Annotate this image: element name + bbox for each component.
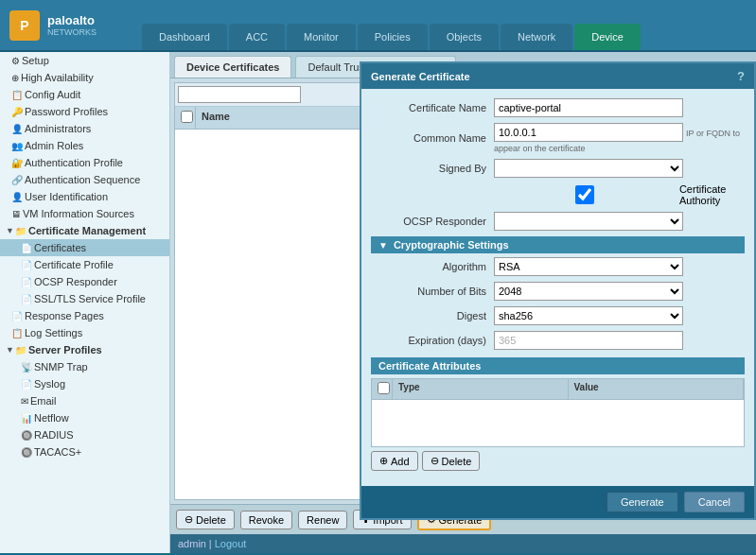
response-icon: 📄 xyxy=(11,311,23,321)
ocsp-icon: 📄 xyxy=(21,277,32,287)
sidebar-item-setup[interactable]: ⚙ Setup xyxy=(0,52,169,69)
expiration-input[interactable] xyxy=(494,331,683,350)
attr-delete-button[interactable]: ⊖ Delete xyxy=(422,451,481,471)
sidebar-item-email[interactable]: ✉ Email xyxy=(0,392,169,409)
tab-device[interactable]: Device xyxy=(574,24,641,50)
sidebar-item-user[interactable]: 👤 User Identification xyxy=(0,188,169,205)
dialog-cancel-button[interactable]: Cancel xyxy=(684,492,745,512)
algorithm-select[interactable]: RSA xyxy=(494,257,683,276)
sidebar-item-response[interactable]: 📄 Response Pages xyxy=(0,307,169,324)
sidebar-item-ssl[interactable]: 📄 SSL/TLS Service Profile xyxy=(0,290,169,307)
cert-mgmt-arrow: ▼ xyxy=(6,226,15,235)
server-icon: 📁 xyxy=(15,345,26,356)
cert-authority-check-row: Certificate Authority xyxy=(494,183,745,206)
email-icon: ✉ xyxy=(21,396,28,407)
cert-name-input[interactable] xyxy=(494,98,683,117)
search-input[interactable] xyxy=(178,86,301,103)
cert-attributes: Type Value ⊕ Add ⊖ Delete xyxy=(371,378,745,471)
dialog-footer: Generate Cancel xyxy=(361,486,754,518)
ocsp-select[interactable] xyxy=(494,212,683,231)
sidebar-item-ocsp[interactable]: 📄 OCSP Responder xyxy=(0,273,169,290)
netflow-icon: 📊 xyxy=(21,413,32,424)
attr-select-all[interactable] xyxy=(378,382,390,394)
revoke-button[interactable]: Revoke xyxy=(240,511,292,529)
cert-authority-label: Certificate Authority xyxy=(679,183,745,206)
dialog-help-icon[interactable]: ? xyxy=(737,69,745,83)
bits-select[interactable]: 2048 xyxy=(494,282,683,301)
sidebar-item-cert-profile[interactable]: 📄 Certificate Profile xyxy=(0,256,169,273)
radius-icon: 🔘 xyxy=(21,430,32,441)
user-icon: 👤 xyxy=(11,192,23,202)
expiration-label: Expiration (days) xyxy=(371,335,494,346)
sidebar-item-roles[interactable]: 👥 Admin Roles xyxy=(0,137,169,154)
tab-dashboard[interactable]: Dashboard xyxy=(142,24,227,50)
renew-button[interactable]: Renew xyxy=(298,511,347,529)
digest-select[interactable]: sha256 xyxy=(494,306,683,325)
tab-policies[interactable]: Policies xyxy=(358,24,428,50)
sidebar-item-audit[interactable]: 📋 Config Audit xyxy=(0,86,169,103)
logo-text: paloalto NETWORKS xyxy=(47,13,97,37)
ocsp-input-wrapper xyxy=(494,212,745,231)
bits-input-wrapper: 2048 xyxy=(494,282,745,301)
digest-input-wrapper: sha256 xyxy=(494,306,745,325)
expiration-input-wrapper xyxy=(494,331,745,350)
sidebar-item-netflow[interactable]: 📊 Netflow xyxy=(0,409,169,426)
sidebar-item-pwd[interactable]: 🔑 Password Profiles xyxy=(0,103,169,120)
ha-icon: ⊕ xyxy=(11,73,19,83)
signed-by-row: Signed By xyxy=(371,159,745,178)
tab-acc[interactable]: ACC xyxy=(229,24,285,50)
sidebar-item-tacacs[interactable]: 🔘 TACACS+ xyxy=(0,443,169,460)
dialog-body: Certificate Name Common Name IP or FQDN … xyxy=(361,89,754,486)
digest-row: Digest sha256 xyxy=(371,306,745,325)
add-icon: ⊕ xyxy=(379,455,388,467)
tab-monitor[interactable]: Monitor xyxy=(287,24,356,50)
seq-icon: 🔗 xyxy=(11,175,23,185)
common-name-input-wrapper: IP or FQDN to appear on the certificate xyxy=(494,123,745,153)
select-all-checkbox[interactable] xyxy=(181,111,193,123)
sidebar-item-auth[interactable]: 🔐 Authentication Profile xyxy=(0,154,169,171)
delete-icon: ⊖ xyxy=(185,513,193,526)
attr-col-cb xyxy=(372,379,393,399)
sidebar-group-cert-mgmt[interactable]: ▼ 📁 Certificate Management xyxy=(0,222,169,239)
snmp-icon: 📡 xyxy=(21,362,32,373)
nav-tabs: Dashboard ACC Monitor Policies Objects N… xyxy=(142,0,642,50)
cert-profile-icon: 📄 xyxy=(21,260,32,270)
admin-icon: 👤 xyxy=(11,124,23,134)
cert-name-input-wrapper xyxy=(494,98,745,117)
sidebar-group-server[interactable]: ▼ 📁 Server Profiles xyxy=(0,341,169,358)
sidebar-item-vm[interactable]: 🖥 VM Information Sources xyxy=(0,205,169,222)
cert-mgmt-icon: 📁 xyxy=(15,226,26,236)
sidebar-item-admins[interactable]: 👤 Administrators xyxy=(0,120,169,137)
crypto-section-header[interactable]: ▼ Cryptographic Settings xyxy=(371,236,745,253)
sidebar-item-log[interactable]: 📋 Log Settings xyxy=(0,324,169,341)
cert-authority-checkbox[interactable] xyxy=(494,185,676,204)
algorithm-label: Algorithm xyxy=(371,261,494,272)
common-name-input[interactable] xyxy=(494,123,683,142)
logout-link[interactable]: Logout xyxy=(215,538,247,549)
tab-device-certs[interactable]: Device Certificates xyxy=(174,56,291,78)
attributes-section-header[interactable]: Certificate Attributes xyxy=(371,357,745,374)
dialog-generate-button[interactable]: Generate xyxy=(607,492,678,512)
sidebar-item-radius[interactable]: 🔘 RADIUS xyxy=(0,426,169,443)
sidebar-item-syslog[interactable]: 📄 Syslog xyxy=(0,375,169,392)
tab-objects[interactable]: Objects xyxy=(430,24,499,50)
tab-network[interactable]: Network xyxy=(501,24,572,50)
delete-button[interactable]: ⊖ Delete xyxy=(176,510,235,529)
attr-add-button[interactable]: ⊕ Add xyxy=(371,451,418,471)
sidebar-item-certs[interactable]: 📄 Certificates xyxy=(0,239,169,256)
setup-icon: ⚙ xyxy=(11,56,20,66)
syslog-icon: 📄 xyxy=(21,379,32,390)
algorithm-row: Algorithm RSA xyxy=(371,257,745,276)
logo: P paloalto NETWORKS xyxy=(0,10,123,41)
sidebar-item-ha[interactable]: ⊕ High Availability xyxy=(0,69,169,86)
algorithm-input-wrapper: RSA xyxy=(494,257,745,276)
generate-certificate-dialog: Generate Certificate ? Certificate Name … xyxy=(360,61,756,520)
sidebar-item-snmp[interactable]: 📡 SNMP Trap xyxy=(0,358,169,375)
roles-icon: 👥 xyxy=(11,141,23,151)
common-name-row: Common Name IP or FQDN to appear on the … xyxy=(371,123,745,153)
sidebar-item-seq[interactable]: 🔗 Authentication Sequence xyxy=(0,171,169,188)
auth-icon: 🔐 xyxy=(11,158,23,168)
signed-by-select[interactable] xyxy=(494,159,683,178)
cert-authority-row: Certificate Authority xyxy=(371,183,745,206)
attr-table-header: Type Value xyxy=(371,378,745,400)
